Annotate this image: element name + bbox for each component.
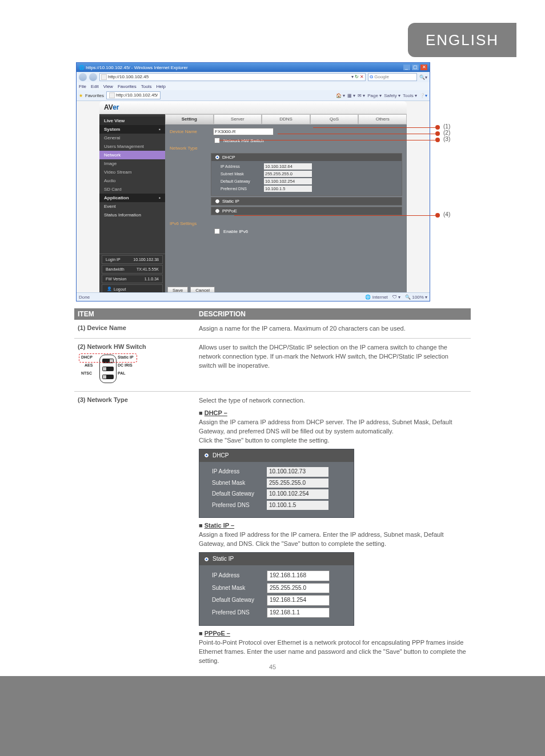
menu-item[interactable]: View	[103, 84, 113, 89]
tab-qos[interactable]: QoS	[310, 114, 359, 124]
ex-gw-label: Default Gateway	[212, 490, 263, 498]
tab-ddns[interactable]: DDNS	[262, 114, 310, 124]
home-icon[interactable]: 🏠 ▾	[336, 93, 345, 98]
radio-icon	[215, 208, 220, 214]
forward-button[interactable]	[89, 73, 97, 81]
tab-setting[interactable]: Setting	[165, 114, 214, 124]
search-go-icon[interactable]: 🔍▾	[419, 75, 427, 80]
page-number: 45	[0, 663, 545, 670]
expand-icon[interactable]: ▪	[159, 195, 161, 200]
maximize-icon[interactable]: ▢	[412, 65, 419, 70]
static-section: Static IP	[211, 197, 402, 206]
dhcp-dns-value: 10.100.1.5	[264, 186, 312, 192]
dropdown-icon[interactable]: ▾	[351, 74, 354, 81]
sidebar-item-sd-card[interactable]: SD Card	[99, 185, 165, 194]
back-button[interactable]	[79, 73, 87, 81]
row-desc: Assign a name for the IP camera. Maximum…	[195, 323, 471, 335]
dhcp-ip-value: 10.100.102.64	[264, 163, 312, 170]
app-logo: AVer	[104, 103, 119, 111]
language-tab: ENGLISH	[408, 23, 516, 57]
row-label: (2) Network HW Switch DHCP Static IP AES…	[74, 342, 195, 388]
sidebar-group-system[interactable]: System▪	[99, 125, 165, 134]
sidebar-item-live-view[interactable]: Live View	[99, 116, 165, 125]
tab-others[interactable]: Others	[358, 114, 407, 124]
ex-mask-label: Subnet Mask	[212, 479, 263, 488]
hw-switch-checkbox[interactable]	[214, 138, 220, 143]
sidebar-item-status-info[interactable]: Status Information	[99, 211, 165, 219]
radio-icon	[204, 453, 209, 458]
sidebar-item-video-stream[interactable]: Video Stream	[99, 168, 165, 176]
callout-3: (3)	[443, 136, 450, 142]
tab-server[interactable]: Server	[214, 114, 262, 124]
menu-item[interactable]: Favorites	[118, 84, 137, 89]
tools-menu[interactable]: Tools ▾	[403, 93, 417, 98]
browser-tab-label: http://10.100.102.45/	[116, 92, 158, 99]
window-buttons[interactable]: _ ▢ ✕	[403, 65, 427, 70]
menu-item[interactable]: File	[79, 84, 86, 89]
menu-item[interactable]: Help	[156, 84, 165, 89]
dhcp-example-panel: DHCP IP Address10.100.102.73 Subnet Mask…	[199, 449, 354, 518]
callout-dot-1	[435, 125, 440, 130]
close-icon[interactable]: ✕	[420, 65, 427, 70]
address-bar[interactable]: http://10.100.102.45 ▾ ↻ ✕	[99, 73, 366, 81]
ex-ip-val: 10.100.102.73	[267, 467, 328, 477]
feed-icon[interactable]: ▦ ▾	[347, 93, 355, 98]
callout-4: (4)	[443, 211, 450, 218]
sidebar-item-network[interactable]: Network	[99, 151, 165, 159]
tabs-row: Setting Server DDNS QoS Others	[165, 114, 407, 124]
device-name-label: Device Name	[170, 129, 210, 134]
ex-mask-input[interactable]: 255.255.255.0	[267, 583, 330, 594]
mail-icon[interactable]: ✉ ▾	[358, 93, 365, 98]
favorites-star-icon[interactable]: ★	[79, 93, 83, 98]
search-bar[interactable]: G Google	[368, 73, 417, 81]
info-fw-version: FW Version 1.1.0.34	[102, 275, 163, 283]
dhcp-ex-header: DHCP	[199, 449, 354, 463]
sidebar-item-event[interactable]: Event	[99, 202, 165, 211]
page-menu[interactable]: Page ▾	[367, 93, 382, 98]
sidebar-item-audio[interactable]: Audio	[99, 176, 165, 185]
description-table: ITEM DESCRIPTION (1) Device Name Assign …	[74, 308, 471, 677]
static-radio[interactable]: Static IP	[211, 198, 402, 205]
pppoe-radio[interactable]: PPPoE	[211, 207, 402, 215]
ex-dns-val: 10.100.1.5	[267, 501, 328, 510]
footer-bar	[0, 676, 545, 756]
status-left: Done	[79, 295, 90, 300]
refresh-icon[interactable]: ↻	[355, 74, 359, 81]
browser-tab[interactable]: http://10.100.102.45/	[106, 91, 161, 99]
switch-slot-2	[102, 367, 114, 371]
app-header: AVer	[99, 101, 407, 114]
ex-ip-input[interactable]: 192.168.1.168	[267, 570, 330, 581]
device-name-input[interactable]: FX3000-R	[213, 128, 274, 135]
ex-dns-label: Preferred DNS	[212, 609, 263, 617]
safety-menu[interactable]: Safety ▾	[384, 93, 400, 98]
ex-ip-label: IP Address	[212, 468, 263, 476]
app-area: AVer Live View System▪ General Users Man…	[77, 101, 430, 296]
help-icon[interactable]: ❔▾	[419, 93, 427, 98]
zoom-level[interactable]: 🔍 100% ▾	[405, 295, 427, 300]
dhcp-radio[interactable]: DHCP	[211, 154, 402, 161]
radio-icon	[215, 155, 220, 160]
static-example-panel: Static IP IP Address192.168.1.168 Subnet…	[199, 552, 354, 626]
favorites-label[interactable]: Favorites	[85, 93, 104, 98]
switch-slot-3	[102, 375, 114, 379]
ex-gw-val: 10.100.102.254	[267, 489, 328, 499]
status-internet: Internet	[365, 295, 387, 300]
sidebar-item-image[interactable]: Image	[99, 159, 165, 168]
ipv6-checkbox[interactable]	[214, 228, 220, 234]
dhcp-gw-value: 10.100.102.254	[264, 178, 312, 184]
collapse-icon[interactable]: ▪	[159, 127, 161, 132]
google-icon: G	[370, 74, 373, 81]
row-label: (3) Network Type	[74, 395, 195, 667]
minimize-icon[interactable]: _	[403, 65, 410, 70]
browser-favorites-row: ★ Favorites http://10.100.102.45/ 🏠 ▾ ▦ …	[77, 90, 430, 101]
sidebar-item-general[interactable]: General	[99, 134, 165, 142]
sidebar-group-application[interactable]: Application▪	[99, 194, 165, 202]
menu-item[interactable]: Edit	[91, 84, 99, 89]
info-bandwidth: Bandwidth TX:41.5.55K	[102, 265, 163, 274]
menu-item[interactable]: Tools	[141, 84, 152, 89]
ex-dns-input[interactable]: 192.168.1.1	[267, 608, 330, 618]
stop-icon[interactable]: ✕	[360, 74, 364, 81]
radio-icon	[215, 199, 220, 204]
sidebar-item-users[interactable]: Users Management	[99, 142, 165, 151]
ex-gw-input[interactable]: 192.168.1.254	[267, 595, 330, 606]
